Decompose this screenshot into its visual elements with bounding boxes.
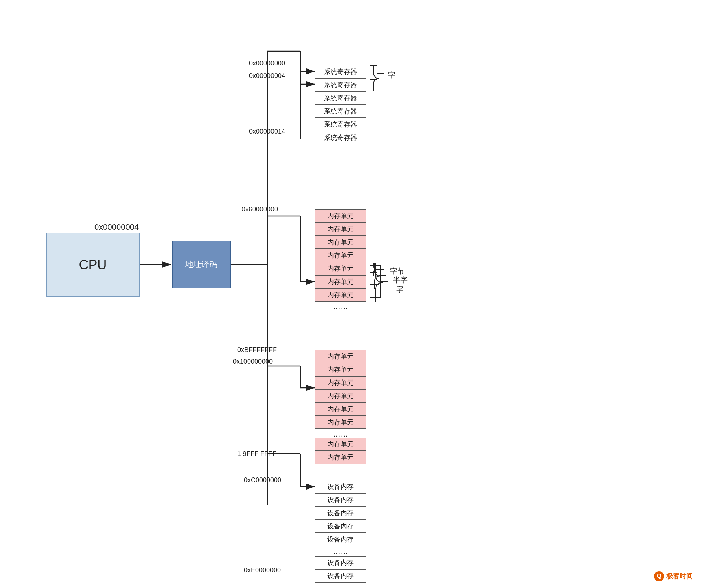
table-row: 内存单元 [315,389,366,402]
table-row: 系统寄存器 [315,118,366,131]
sec3-cells: 设备内存 设备内存 设备内存 设备内存 设备内存 …… 设备内存 设备内存 [315,480,366,583]
table-row: 设备内存 [315,506,366,520]
table-row: 内存单元 [315,438,366,451]
sec2-addr-mid2: 0x100000000 [233,358,273,366]
sec1-addr-start: 0x00000000 [249,60,285,67]
watermark-text: 极客时间 [666,572,693,581]
cpu-box: CPU [46,233,140,297]
table-row: 设备内存 [315,569,366,583]
table-row: 内存单元 [315,376,366,389]
table-row: 内存单元 [315,262,366,275]
sec2-word-label: 字 [396,285,403,295]
table-row: 内存单元 [315,402,366,416]
table-row: 设备内存 [315,493,366,506]
cpu-address-label: 0x00000004 [94,222,139,232]
table-row: 系统寄存器 [315,78,366,91]
sec2-bot-cells: 内存单元 内存单元 [315,438,366,464]
sec2-addr-start: 0x60000000 [242,206,278,213]
table-row: 系统寄存器 [315,131,366,144]
table-row: 内存单元 [315,209,366,222]
table-row: 系统寄存器 [315,105,366,118]
table-row: 内存单元 [315,416,366,429]
table-row: 内存单元 [315,236,366,249]
table-row: 内存单元 [315,363,366,376]
decode-box: 地址译码 [172,241,231,288]
sec3-addr-start: 0xC0000000 [244,476,281,484]
decode-label: 地址译码 [185,259,217,270]
table-row: 设备内存 [315,480,366,493]
table-row: 内存单元 [315,451,366,464]
table-row: 设备内存 [315,520,366,533]
table-row: 内存单元 [315,249,366,262]
cpu-label: CPU [79,257,107,273]
table-row: 内存单元 [315,350,366,363]
table-row: 系统寄存器 [315,91,366,105]
sec1-addr-second: 0x00000004 [249,72,285,80]
sec2-addr-end: 1 9FFF FFFF [237,450,276,458]
sec1-addr-end: 0x00000014 [249,128,285,135]
table-row: 内存单元 [315,222,366,236]
watermark: Q 极客时间 [654,571,693,581]
table-row: 内存单元 [315,288,366,302]
sec3-dots: …… [315,546,366,556]
table-row: 系统寄存器 [315,65,366,78]
sec3-addr-end: 0xE0000000 [244,566,281,574]
sec2-dots-top: …… [315,302,366,312]
table-row: 设备内存 [315,556,366,569]
sec1-cells: 系统寄存器 系统寄存器 系统寄存器 系统寄存器 系统寄存器 系统寄存器 [315,65,366,144]
table-row: 内存单元 [315,275,366,288]
sec1-brace-label: 字 [388,70,395,80]
table-row: 设备内存 [315,533,366,546]
sec2-top-cells: 内存单元 内存单元 内存单元 内存单元 内存单元 内存单元 内存单元 …… [315,209,366,312]
sec2-mid-cells: 内存单元 内存单元 内存单元 内存单元 内存单元 内存单元 …… [315,350,366,439]
sec2-addr-mid1: 0xBFFFFFFF [237,346,277,354]
watermark-icon: Q [654,571,664,581]
